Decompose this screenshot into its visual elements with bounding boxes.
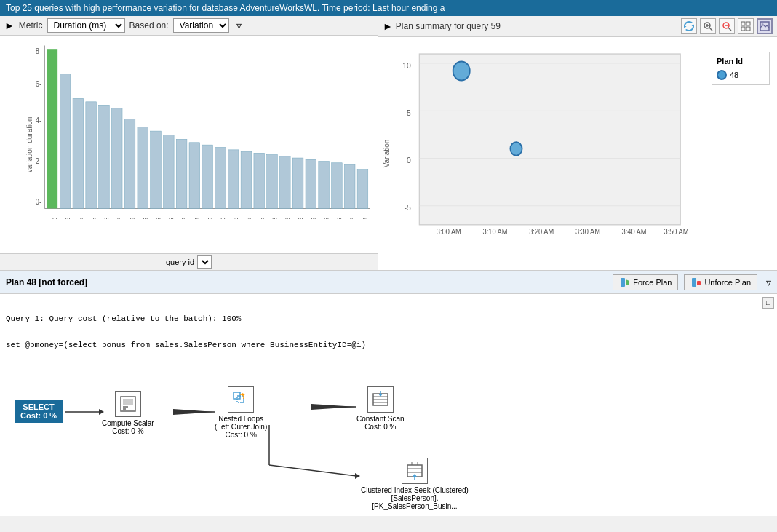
bar-25[interactable] [357, 170, 368, 209]
bar-19[interactable] [279, 156, 290, 209]
compute-scalar-label: Compute ScalarCost: 0 % [102, 419, 154, 435]
title-text: Top 25 queries with high performance var… [6, 3, 445, 13]
execution-plan: SELECTCost: 0 % Compute ScalarCost: 0 % [0, 370, 777, 516]
arrow-1 [173, 409, 215, 415]
nested-loops-label: Nested Loops(Left Outer Join)Cost: 0 % [215, 415, 267, 439]
metric-label: Metric [19, 20, 43, 31]
refresh-icon [684, 21, 694, 31]
bar-12[interactable] [189, 143, 200, 209]
legend-id-48: 48 [730, 71, 738, 79]
bar-11[interactable] [176, 139, 187, 208]
chart-footer: query id [0, 253, 378, 270]
bar-5[interactable] [99, 105, 110, 208]
scatter-dot-2[interactable] [510, 142, 522, 155]
bar-22[interactable] [319, 162, 330, 209]
svg-rect-10 [746, 27, 750, 31]
svg-marker-33 [413, 474, 417, 477]
svg-rect-19 [123, 399, 133, 405]
bar-20[interactable] [292, 158, 303, 208]
nested-loops-icon-svg [232, 391, 250, 408]
y-scatter-0: 0 [407, 155, 411, 164]
bar-6[interactable] [111, 108, 122, 209]
legend-title: Plan Id [717, 57, 765, 65]
main-split: ► Metric Duration (ms) CPU (ms) Logical … [0, 16, 777, 271]
y-scatter-n5: -5 [404, 203, 410, 213]
constant-scan-node: Constant ScanCost: 0 % [356, 386, 405, 431]
y-axis-label: variation duration [25, 116, 33, 172]
metric-arrow[interactable]: ► [4, 20, 15, 31]
x-3am: 3:00 AM [437, 227, 461, 236]
bar-9[interactable] [151, 131, 162, 208]
conn-4h [269, 465, 356, 476]
bar-8[interactable] [138, 127, 148, 209]
clustered-index-icon [402, 458, 428, 484]
constant-scan-icon-svg [372, 391, 389, 408]
zoom-out-icon-btn[interactable] [719, 18, 735, 34]
x-dot-24: ... [350, 213, 355, 221]
x-dot-8: ... [143, 213, 148, 221]
x-dot-12: ... [194, 213, 199, 221]
filter-icon[interactable]: ▿ [236, 20, 242, 31]
bar-14[interactable] [215, 148, 226, 209]
bar-2[interactable] [60, 74, 71, 209]
bar-24[interactable] [344, 164, 355, 208]
nested-loops-icon [228, 386, 254, 413]
constant-scan-label: Constant ScanCost: 0 % [356, 415, 405, 431]
force-plan-button[interactable]: Force Plan [613, 274, 678, 290]
bar-13[interactable] [202, 145, 213, 208]
bar-18[interactable] [267, 155, 278, 209]
svg-rect-17 [697, 281, 701, 285]
x-dot-22: ... [324, 213, 329, 221]
zoom-in-icon-btn[interactable] [700, 18, 716, 34]
unforce-plan-button[interactable]: Unforce Plan [684, 274, 757, 290]
select-node: SELECTCost: 0 % [15, 400, 63, 423]
x-dot-4: ... [91, 213, 96, 221]
bar-15[interactable] [228, 150, 239, 209]
clustered-index-icon-svg [406, 462, 423, 480]
y-scatter-10: 10 [402, 60, 411, 70]
metric-select[interactable]: Duration (ms) CPU (ms) Logical Reads [47, 18, 125, 33]
x-dot-20: ... [298, 213, 303, 221]
bar-10[interactable] [163, 135, 174, 209]
scroll-button[interactable]: □ [762, 297, 774, 309]
bar-17[interactable] [254, 153, 265, 208]
x-dot-18: ... [272, 213, 277, 221]
bar-7[interactable] [124, 119, 135, 208]
plan-bar: Plan 48 [not forced] Force Plan Unforce … [0, 271, 777, 294]
right-panel-header: ► Plan summary for query 59 [378, 16, 777, 37]
svg-line-5 [728, 28, 731, 31]
compute-icon-svg [119, 395, 137, 413]
scatter-area: Variation 10 5 0 -5 [378, 37, 777, 270]
bar-16[interactable] [241, 151, 252, 208]
plan-bar-arrow[interactable]: ▿ [766, 277, 771, 288]
bar-23[interactable] [332, 163, 343, 209]
refresh-icon-btn[interactable] [681, 18, 697, 34]
x-340am: 3:40 AM [622, 227, 647, 236]
bar-3[interactable] [73, 98, 84, 208]
compute-scalar-node: Compute ScalarCost: 0 % [102, 391, 154, 435]
x-axis-select[interactable] [197, 255, 212, 269]
scatter-dot-1[interactable] [453, 61, 470, 80]
svg-rect-9 [741, 27, 745, 31]
query-line-1: Query 1: Query cost (relative to the bat… [6, 314, 771, 323]
legend-dot-48 [717, 70, 727, 80]
force-plan-icon [619, 277, 631, 288]
x-dot-2: ... [65, 213, 71, 221]
x-dot-14: ... [220, 213, 226, 221]
scatter-chart-svg: 10 5 0 -5 3:00 AM 3:10 AM [386, 44, 706, 263]
bar-4[interactable] [86, 102, 97, 209]
basedon-select[interactable]: Variation Average Total [173, 18, 229, 33]
x-dot-3: ... [78, 213, 83, 221]
chart-area: variation duration 8- 6- 4- 2- 0- [0, 36, 378, 253]
y-tick-8: 8- [36, 47, 41, 55]
grid-icon-btn[interactable] [738, 18, 754, 34]
right-panel-arrow[interactable]: ► [383, 20, 393, 32]
constant-scan-icon [367, 386, 394, 413]
x-dot-5: ... [104, 213, 109, 221]
x-dot-13: ... [207, 213, 212, 221]
clustered-index-node: Clustered Index Seek (Clustered)[SalesPe… [356, 458, 473, 510]
bar-1[interactable] [47, 49, 58, 208]
bar-21[interactable] [306, 159, 316, 208]
nested-loops-node: Nested Loops(Left Outer Join)Cost: 0 % [215, 386, 267, 439]
image-icon-btn[interactable] [757, 18, 773, 34]
